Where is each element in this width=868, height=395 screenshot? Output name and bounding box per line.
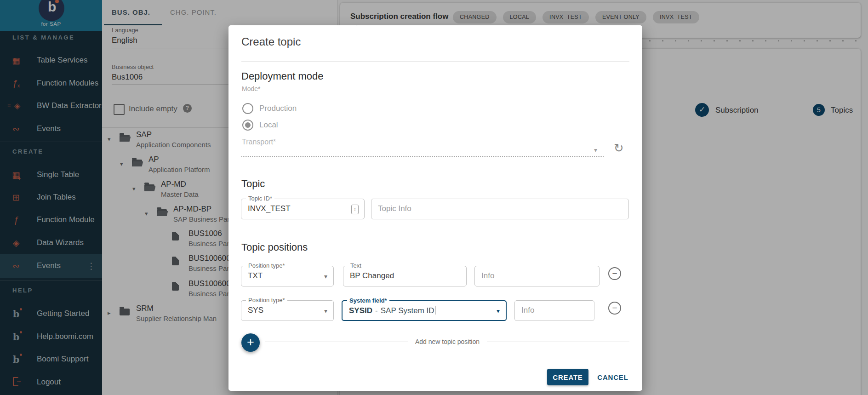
create-button[interactable]: CREATE	[547, 369, 588, 385]
dialog-title: Create topic	[241, 35, 301, 48]
position-type-select[interactable]: Position type* TXT ▾	[241, 266, 334, 286]
divider	[265, 342, 408, 342]
position-info-field[interactable]: Info	[474, 266, 600, 286]
system-field-select[interactable]: System field* SYSID-SAP System ID ▾	[342, 300, 507, 321]
radio-local[interactable]: Local	[242, 120, 278, 131]
chevron-down-icon: ▾	[324, 273, 327, 280]
transport-select[interactable]	[241, 156, 604, 157]
position-type-select[interactable]: Position type* SYS ▾	[241, 300, 334, 321]
divider	[487, 342, 629, 342]
mode-label: Mode*	[242, 85, 260, 92]
create-topic-dialog: Create topic Deployment mode Mode* Produ…	[228, 25, 642, 391]
transport-select-label: Transport*	[242, 138, 276, 146]
chevron-down-icon: ▾	[594, 146, 597, 154]
refresh-icon[interactable]: ↻	[614, 141, 624, 155]
topic-id-field[interactable]: Topic ID* INVX_TEST ↕	[241, 199, 365, 219]
topic-info-field[interactable]: Topic Info	[371, 199, 629, 219]
topic-positions-heading: Topic positions	[241, 241, 308, 253]
remove-position-button[interactable]: −	[608, 302, 621, 315]
topic-heading: Topic	[241, 178, 265, 190]
remove-position-button[interactable]: −	[608, 267, 621, 280]
chevron-down-icon: ▾	[497, 307, 500, 315]
text-cursor	[435, 306, 436, 315]
add-position-label: Add new topic position	[408, 338, 487, 345]
position-info-field[interactable]: Info	[514, 300, 594, 321]
add-position-row: Add new topic position	[265, 338, 629, 345]
deployment-mode-heading: Deployment mode	[241, 70, 324, 82]
radio-selected-icon	[242, 120, 253, 131]
app-window: b for SAP LIST & MANAGE▦Table Servicesƒx…	[0, 0, 868, 395]
divider	[241, 169, 629, 169]
radio-icon	[242, 103, 253, 114]
chevron-down-icon: ▾	[324, 307, 327, 315]
input-assist-icon: ↕	[351, 205, 359, 214]
divider	[241, 61, 629, 62]
add-position-button[interactable]: +	[241, 333, 260, 352]
position-text-field[interactable]: Text BP Changed	[343, 266, 467, 286]
radio-production[interactable]: Production	[242, 103, 297, 114]
cancel-button[interactable]: CANCEL	[593, 369, 633, 385]
